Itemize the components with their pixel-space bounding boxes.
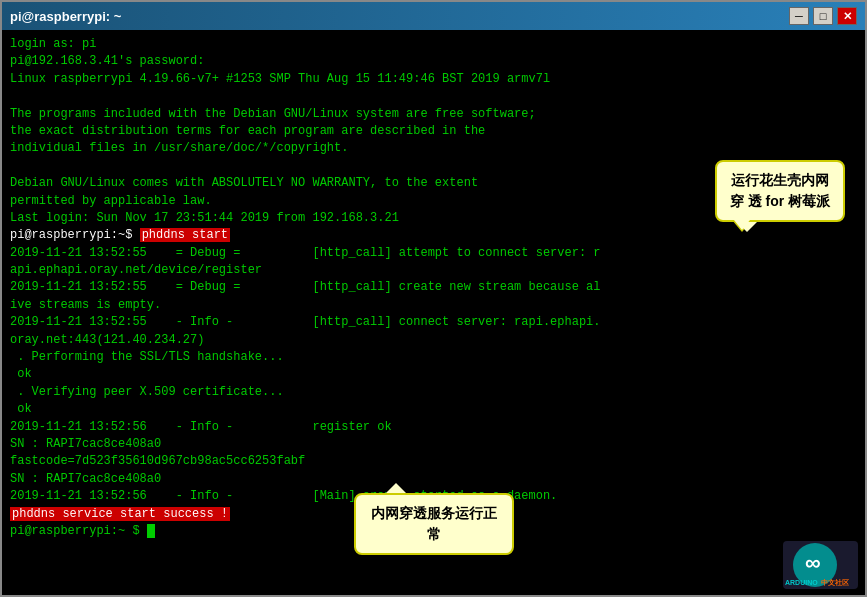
callout-top-arrow-inner xyxy=(734,220,750,230)
callout-top-text: 运行花生壳内网穿 透 for 树莓派 xyxy=(730,172,830,209)
callout-bottom-text: 内网穿透服务运行正常 xyxy=(371,505,497,542)
svg-text:∞: ∞ xyxy=(805,550,821,575)
svg-text:ARDUINO: ARDUINO xyxy=(785,579,818,586)
window-controls: ─ □ ✕ xyxy=(789,7,857,25)
maximize-button[interactable]: □ xyxy=(813,7,833,25)
cursor xyxy=(147,524,155,538)
main-window: pi@raspberrypi: ~ ─ □ ✕ login as: pi pi@… xyxy=(0,0,867,597)
window-title: pi@raspberrypi: ~ xyxy=(10,9,121,24)
terminal-content: login as: pi pi@192.168.3.41's password:… xyxy=(10,36,857,540)
success-highlight: phddns service start success ! xyxy=(10,507,230,521)
cmd-prompt: pi@raspberrypi:~$ phddns start xyxy=(10,228,230,242)
terminal-line-1: login as: pi pi@192.168.3.41's password:… xyxy=(10,37,601,538)
title-bar: pi@raspberrypi: ~ ─ □ ✕ xyxy=(2,2,865,30)
cmd-highlight: phddns start xyxy=(140,228,230,242)
close-button[interactable]: ✕ xyxy=(837,7,857,25)
callout-top: 运行花生壳内网穿 透 for 树莓派 xyxy=(715,160,845,222)
svg-text:中文社区: 中文社区 xyxy=(821,578,849,586)
callout-bottom: 内网穿透服务运行正常 xyxy=(354,493,514,555)
arduino-logo: ∞ ARDUINO 中文社区 xyxy=(780,540,860,590)
arduino-svg: ∞ ARDUINO 中文社区 xyxy=(783,541,858,589)
terminal-body: login as: pi pi@192.168.3.41's password:… xyxy=(2,30,865,595)
minimize-button[interactable]: ─ xyxy=(789,7,809,25)
